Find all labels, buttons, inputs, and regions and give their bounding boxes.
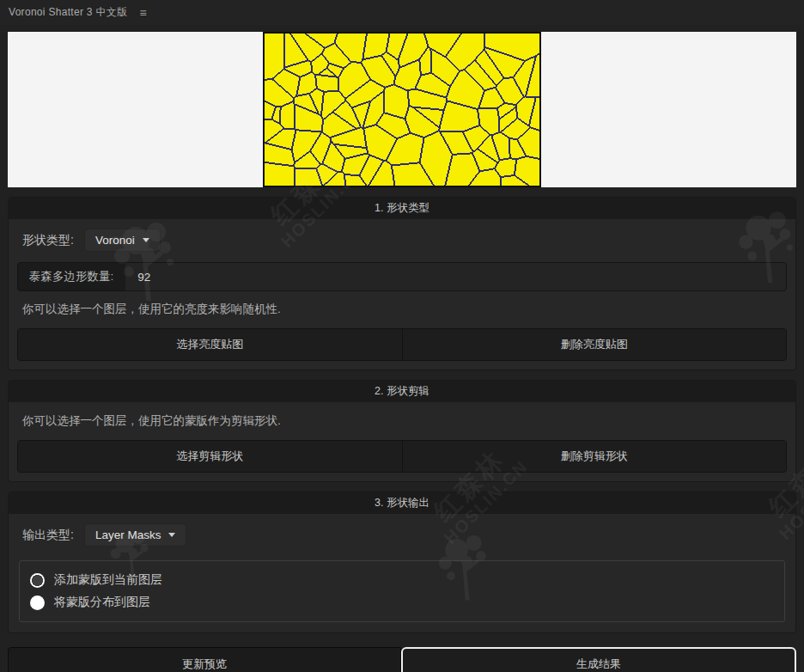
section-header: 1. 形状类型 [9,198,795,219]
section-shape-type: 1. 形状类型 形状类型: Voronoi 泰森多边形数量: 你可以选择一个图层… [8,197,796,370]
delete-luminance-map-button[interactable]: 删除亮度贴图 [403,329,787,360]
section-shape-output: 3. 形状输出 输出类型: Layer Masks 添加蒙版到当前图层 将蒙版分… [8,492,796,633]
section-shape-clip: 2. 形状剪辑 你可以选择一个图层，使用它的蒙版作为剪辑形状. 选择剪辑形状 删… [8,380,796,482]
cell-count-input[interactable] [125,263,786,290]
radio-label: 将蒙版分布到图层 [54,595,150,610]
footer-button-bar: 更新预览 生成结果 [8,647,796,672]
radio-button-icon[interactable] [30,596,45,610]
menu-icon[interactable]: ≡ [139,6,146,20]
shape-type-dropdown[interactable]: Voronoi [84,229,161,252]
radio-label: 添加蒙版到当前图层 [54,572,162,588]
section-header: 2. 形状剪辑 [9,381,795,402]
output-type-value: Layer Masks [95,528,161,541]
radio-button-icon[interactable] [30,573,45,588]
voronoi-preview-canvas [263,32,541,187]
delete-clip-shape-button[interactable]: 删除剪辑形状 [403,441,787,472]
select-clip-shape-button[interactable]: 选择剪辑形状 [18,441,403,472]
generate-result-button[interactable]: 生成结果 [401,647,796,672]
preview-area [8,32,796,187]
radio-distribute-masks-to-layers[interactable]: 将蒙版分布到图层 [30,591,774,614]
mask-output-radio-group: 添加蒙版到当前图层 将蒙版分布到图层 [19,560,785,622]
radio-add-mask-to-current-layer[interactable]: 添加蒙版到当前图层 [30,569,774,591]
luminance-button-group: 选择亮度贴图 删除亮度贴图 [17,328,787,361]
select-luminance-map-button[interactable]: 选择亮度贴图 [18,329,403,360]
chevron-down-icon [143,238,149,242]
section-header: 3. 形状输出 [9,492,795,514]
cell-count-label: 泰森多边形数量: [18,269,125,284]
output-type-dropdown[interactable]: Layer Masks [84,523,187,547]
app-title: Voronoi Shatter 3 中文版 [9,5,127,20]
chevron-down-icon [168,533,175,537]
luminance-hint-text: 你可以选择一个图层，使用它的亮度来影响随机性. [17,291,787,321]
clip-button-group: 选择剪辑形状 删除剪辑形状 [17,440,787,473]
title-bar: Voronoi Shatter 3 中文版 ≡ [0,0,804,25]
output-type-label: 输出类型: [22,528,74,543]
cell-count-row: 泰森多边形数量: [17,262,787,291]
shape-type-label: 形状类型: [22,233,74,248]
clip-hint-text: 你可以选择一个图层，使用它的蒙版作为剪辑形状. [17,410,787,432]
update-preview-button[interactable]: 更新预览 [8,647,401,672]
shape-type-value: Voronoi [95,234,135,247]
